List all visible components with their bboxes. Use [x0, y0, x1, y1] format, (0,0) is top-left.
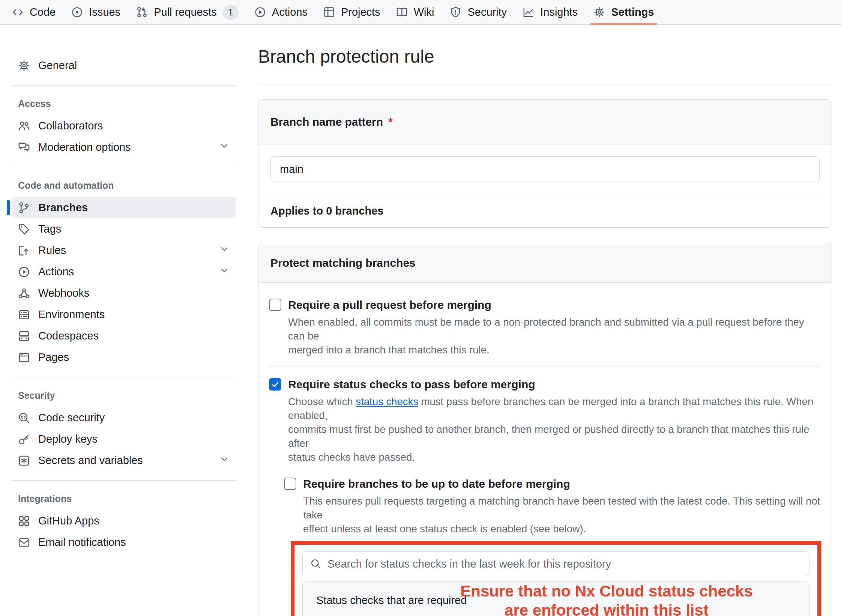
require-pull-request-section: Require a pull request before merging Wh… [269, 297, 821, 367]
sidebar-item-label: Actions [38, 266, 74, 278]
sidebar-item-secrets-and-variables[interactable]: Secrets and variables [11, 450, 236, 471]
sidebar-item-label: Collaborators [38, 120, 103, 132]
sidebar-item-label: GitHub Apps [38, 515, 99, 527]
search-icon [310, 558, 321, 569]
tab-insights[interactable]: Insights [516, 0, 584, 24]
apps-icon [18, 515, 30, 527]
key-icon [18, 433, 30, 445]
sidebar-item-webhooks[interactable]: Webhooks [11, 282, 236, 304]
chevron-down-icon[interactable] [219, 244, 230, 257]
require-up-to-date-checkbox[interactable] [284, 478, 296, 490]
applies-to-branches-text: Applies to 0 branches [270, 205, 383, 217]
sidebar-item-email-notifications[interactable]: Email notifications [11, 532, 236, 553]
sidebar-item-moderation-options[interactable]: Moderation options [11, 137, 236, 158]
sidebar-section-title: Security [18, 390, 248, 401]
require-up-to-date-label: Require branches to be up to date before… [303, 476, 570, 491]
tag-icon [18, 223, 30, 235]
require-pull-request-label: Require a pull request before merging [288, 297, 491, 313]
tab-pull-requests[interactable]: Pull requests 1 [129, 0, 245, 24]
require-pull-request-description: When enabled, all commits must be made t… [288, 315, 821, 357]
people-icon [18, 120, 30, 132]
git-branch-icon [18, 202, 30, 214]
branch-name-pattern-label: Branch name pattern [270, 116, 383, 128]
required-asterisk: * [388, 116, 393, 128]
sidebar-item-collaborators[interactable]: Collaborators [11, 115, 236, 137]
sidebar-item-codespaces[interactable]: Codespaces [11, 325, 236, 347]
tab-wiki[interactable]: Wiki [389, 0, 441, 24]
sidebar-item-deploy-keys[interactable]: Deploy keys [11, 428, 236, 450]
tab-label: Pull requests [154, 6, 217, 18]
sidebar-item-label: Pages [38, 351, 69, 364]
sidebar-divider [11, 85, 236, 86]
sidebar-item-environments[interactable]: Environments [11, 304, 236, 325]
sidebar-divider [11, 480, 236, 481]
sidebar-item-label: Tags [38, 223, 61, 235]
graph-icon [523, 6, 534, 18]
tab-label: Insights [540, 6, 578, 18]
sidebar-section-title: Access [18, 98, 248, 109]
sidebar-section-title: Integrations [18, 493, 248, 504]
sidebar-section-title: Code and automation [18, 180, 248, 191]
tab-label: Settings [611, 6, 654, 18]
require-status-checks-label: Require status checks to pass before mer… [288, 377, 535, 392]
chevron-down-icon[interactable] [219, 141, 230, 154]
sidebar-item-tags[interactable]: Tags [11, 218, 236, 240]
sidebar-item-github-apps[interactable]: GitHub Apps [11, 510, 236, 532]
book-icon [396, 6, 408, 18]
tab-label: Issues [89, 6, 120, 18]
branch-protection-content: Branch protection rule Branch name patte… [258, 25, 832, 616]
sidebar-item-pages[interactable]: Pages [11, 347, 236, 368]
tab-label: Projects [341, 6, 380, 18]
sidebar-item-actions[interactable]: Actions [11, 261, 236, 282]
mail-icon [18, 536, 30, 548]
gear-icon [593, 6, 605, 18]
protect-matching-branches-body: Require a pull request before merging Wh… [258, 283, 832, 616]
issue-opened-icon [71, 6, 83, 18]
shield-icon [450, 6, 461, 18]
chevron-down-icon[interactable] [219, 454, 230, 467]
chevron-down-icon[interactable] [219, 265, 230, 278]
sidebar-item-label: Environments [38, 308, 105, 321]
pull-request-count-badge: 1 [223, 5, 239, 20]
table-icon [323, 6, 335, 18]
tab-label: Security [467, 6, 507, 18]
git-pull-request-icon [136, 6, 148, 18]
annotation-highlight-box: Status checks that are required Ensure t… [291, 541, 821, 616]
tab-label: Code [30, 6, 56, 18]
server-icon [18, 309, 30, 321]
branch-name-pattern-card: Branch name pattern * Applies to 0 branc… [258, 99, 832, 228]
sidebar-item-code-security[interactable]: Code security [11, 407, 236, 428]
protect-matching-branches-title: Protect matching branches [270, 257, 416, 269]
settings-sidebar: General Access Collaborators Moderation … [0, 25, 248, 616]
sidebar-item-branches[interactable]: Branches [11, 197, 236, 218]
tab-projects[interactable]: Projects [317, 0, 387, 24]
code-icon [12, 6, 24, 18]
title-divider [258, 84, 832, 84]
sidebar-item-general[interactable]: General [11, 55, 236, 76]
tab-actions[interactable]: Actions [248, 0, 314, 24]
codespaces-icon [18, 330, 30, 342]
tab-code[interactable]: Code [5, 0, 62, 24]
repo-nav: Code Issues Pull requests 1 Actions Proj… [0, 0, 841, 25]
protect-matching-branches-header: Protect matching branches [258, 243, 832, 283]
tab-issues[interactable]: Issues [65, 0, 127, 24]
page-title: Branch protection rule [258, 46, 832, 68]
secret-asterisk-icon [18, 455, 30, 467]
required-status-checks-list: Status checks that are required Ensure t… [302, 581, 809, 616]
require-status-checks-checkbox[interactable] [269, 378, 281, 391]
sidebar-item-rules[interactable]: Rules [11, 240, 236, 261]
sidebar-item-label: Moderation options [38, 141, 131, 153]
tab-settings[interactable]: Settings [587, 0, 661, 24]
sidebar-item-label: Code security [38, 412, 105, 424]
tab-label: Wiki [414, 6, 434, 18]
require-up-to-date-section: Require branches to be up to date before… [284, 476, 821, 616]
require-pull-request-checkbox[interactable] [269, 299, 281, 311]
status-check-search-input[interactable] [302, 551, 809, 576]
tab-security[interactable]: Security [443, 0, 514, 24]
comment-discussion-icon [18, 141, 30, 153]
status-checks-link[interactable]: status checks [356, 396, 418, 407]
sidebar-item-label: General [38, 59, 77, 72]
status-check-search [302, 551, 809, 576]
branch-name-pattern-input[interactable] [270, 156, 820, 182]
play-icon [18, 266, 30, 278]
